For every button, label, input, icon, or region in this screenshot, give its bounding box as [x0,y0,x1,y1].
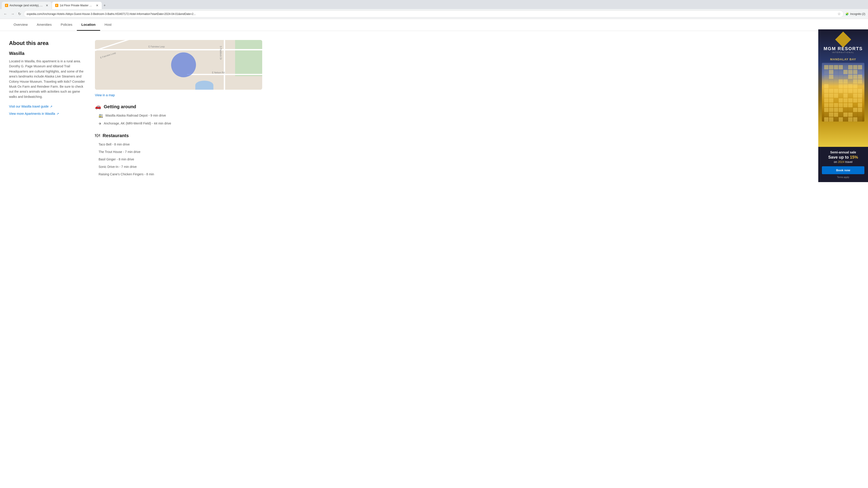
ad-sale-text: Semi-annual sale Save up to 15% on 2024 … [818,147,868,182]
ad-hotel-name: MANDALAY BAY [830,58,856,61]
transport-text-train: Wasilla Alaska Railroad Depot - 9 min dr… [105,113,166,118]
bookmark-icon[interactable]: ☆ [837,12,841,16]
area-description: Located in Wasilla, this apartment is in… [9,59,86,99]
transport-list: 🚉 Wasilla Alaska Railroad Depot - 9 min … [95,113,262,126]
profile-area: 🧩 Incognito (2) [845,12,865,15]
tab-1[interactable]: E Anchorage (and vicinity), Alask... ✕ [2,2,52,9]
map-label-nelson-rd: E Nelson Rd [212,71,225,74]
address-bar-row: ← → ↻ expedia.com/Anchorage-Hotels-Abbys… [0,9,868,19]
map-label-fairview-loop-diag: E Fairview Loop [100,52,116,59]
ad-travel-line: on 2024 travel [822,160,864,164]
ad-logo-diamond [835,32,851,48]
nav-host[interactable]: Host [100,19,116,31]
tab-1-close[interactable]: ✕ [46,4,49,7]
ad-book-button[interactable]: Book now [822,166,864,174]
map-water-area [195,80,213,90]
transport-item-train: 🚉 Wasilla Alaska Railroad Depot - 9 min … [98,113,262,118]
plane-icon: ✈ [98,122,101,126]
restaurant-item-4: Raising Cane's Chicken Fingers - 8 min [98,172,262,177]
more-apartments-link[interactable]: View more Apartments in Wasilla ↗ [9,112,86,116]
left-column: About this area Wasilla Located in Wasil… [9,40,95,184]
travel-guide-link-text: Visit our Wasilla travel guide [9,105,49,108]
car-icon: 🚗 [95,104,101,109]
right-column: E Fairview Loop E Fairview Loop S Paddoc… [95,40,262,184]
forward-button[interactable]: → [10,11,16,17]
main-content: About this area Wasilla Located in Wasil… [0,31,271,193]
extensions-icon: 🧩 [845,12,849,15]
transport-item-plane: ✈ Anchorage, AK (MRI-Merrill Field) - 44… [98,121,262,126]
restaurant-item-3: Sonic Drive-In - 7 min drive [98,164,262,169]
map-location-circle [171,53,196,77]
address-bar[interactable]: expedia.com/Anchorage-Hotels-Abbys-Guest… [24,10,844,18]
back-button[interactable]: ← [3,11,8,17]
area-name: Wasilla [9,51,86,56]
view-in-map-link[interactable]: View in a map [95,93,115,97]
page-nav: Overview Amenities Policies Location Hos… [0,19,868,31]
ad-save-line: Save up to 15% [822,155,864,160]
restaurants-title: Restaurants [103,133,129,138]
map-road-horizontal-bottom [187,74,262,75]
refresh-button[interactable]: ↻ [17,11,22,17]
incognito-label: Incognito (2) [850,12,865,15]
ad-sale-title: Semi-annual sale [822,151,864,154]
restaurant-item-2: Basil Ginger - 8 min drive [98,157,262,162]
external-link-icon: ↗ [50,105,53,108]
ad-building-windows [824,65,862,122]
about-area-title: About this area [9,40,86,46]
tab-2-favicon: E [55,4,58,7]
tab-bar: E Anchorage (and vicinity), Alask... ✕ E… [0,0,868,9]
tab-2-title: 1st Floor Private Master Suite [60,4,94,7]
nav-policies[interactable]: Policies [56,19,77,31]
tab-1-title: Anchorage (and vicinity), Alask... [9,4,43,7]
url-display: expedia.com/Anchorage-Hotels-Abbys-Guest… [27,12,836,15]
content-area: Overview Amenities Policies Location Hos… [0,19,868,193]
restaurant-list: Taco Bell - 8 min drive The Trout House … [95,142,262,177]
restaurant-item-1: The Trout House - 7 min drive [98,150,262,154]
travel-guide-link[interactable]: Visit our Wasilla travel guide ↗ [9,105,86,108]
ad-image-area: MGM RESORTS INTERNATIONAL MANDALAY BAY [818,29,868,147]
nav-amenities[interactable]: Amenities [32,19,56,31]
map-background: E Fairview Loop E Fairview Loop S Paddoc… [95,40,262,90]
restaurant-item-0: Taco Bell - 8 min drive [98,142,262,147]
ad-building-image [822,63,864,122]
restaurant-icon: 🍽 [95,133,100,138]
map-label-paddock-dr: S Paddock Dr [219,46,222,60]
transport-text-plane: Anchorage, AK (MRI-Merrill Field) - 44 m… [104,121,171,126]
map-label-fairview-loop-top: E Fairview Loop [149,45,165,48]
getting-around-title: Getting around [104,104,136,109]
getting-around-header: 🚗 Getting around [95,104,262,109]
ad-logo-area: MGM RESORTS INTERNATIONAL [824,34,863,54]
ad-logo-sub: INTERNATIONAL [832,51,854,54]
tab-2[interactable]: E 1st Floor Private Master Suite ✕ [52,2,102,9]
tab-1-favicon: E [5,4,8,7]
more-apartments-text: View more Apartments in Wasilla [9,112,55,116]
new-tab-button[interactable]: + [102,2,107,9]
ad-terms: Terms apply [822,176,864,178]
nav-overview[interactable]: Overview [9,19,32,31]
map-road-horizontal-top [95,49,262,51]
map-container[interactable]: E Fairview Loop E Fairview Loop S Paddoc… [95,40,262,90]
nav-location[interactable]: Location [77,19,100,31]
restaurants-header: 🍽 Restaurants [95,133,262,138]
map-green-area [235,40,262,76]
ad-panel: MGM RESORTS INTERNATIONAL MANDALAY BAY S… [818,29,868,182]
tab-2-close[interactable]: ✕ [96,4,98,7]
page-wrapper: Overview Amenities Policies Location Hos… [0,19,868,193]
browser-chrome: E Anchorage (and vicinity), Alask... ✕ E… [0,0,868,19]
train-icon: 🚉 [98,113,103,118]
external-link-icon-2: ↗ [57,112,59,116]
map-road-vertical-right [224,40,225,90]
